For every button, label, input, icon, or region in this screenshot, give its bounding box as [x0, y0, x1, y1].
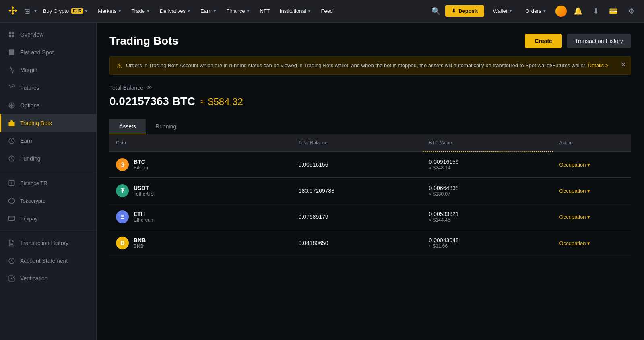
notification-icon[interactable]: 🔔: [572, 5, 584, 18]
svg-rect-16: [9, 216, 15, 221]
deposit-button[interactable]: ⬇ Deposit: [445, 5, 484, 17]
tab-running[interactable]: Running: [146, 119, 186, 134]
occupation-button[interactable]: Occupation ▾: [559, 214, 590, 220]
balance-btc: 0.02157363 BTC: [109, 95, 195, 108]
coin-symbol: BTC: [134, 159, 148, 165]
page-title: Trading Bots: [109, 35, 178, 47]
sidebar-item-futures[interactable]: Futures: [0, 79, 96, 97]
nav-earn[interactable]: Earn ▼: [196, 6, 221, 16]
col-btc-value: BTC Value: [423, 134, 553, 152]
wallet-nav[interactable]: Wallet ▼: [489, 6, 517, 16]
sidebar-item-options[interactable]: Options: [0, 97, 96, 114]
coin-logo-bnb: B: [116, 237, 129, 249]
nav-feed[interactable]: Feed: [317, 6, 337, 16]
coin-symbol: ETH: [134, 211, 155, 217]
btc-value-main: 0.00664838: [429, 185, 547, 191]
btc-value-usd: ≈ $11.66: [429, 243, 547, 249]
coin-cell-bnb: B BNB BNB: [116, 237, 286, 249]
download-icon[interactable]: ⬇: [589, 5, 602, 18]
coin-logo-eth: Ξ: [116, 210, 129, 223]
sidebar-item-overview[interactable]: Overview: [0, 26, 96, 43]
sidebar-divider-1: [0, 171, 96, 171]
total-balance-cell: 0.07689179: [292, 204, 423, 230]
col-coin: Coin: [109, 134, 292, 152]
main-content: Trading Bots Create Transaction History …: [97, 23, 644, 340]
nav-buy-crypto[interactable]: Buy Crypto EUR ▼: [39, 6, 92, 16]
nav-finance[interactable]: Finance ▼: [222, 6, 254, 16]
top-navigation: ⊞ ▼ Buy Crypto EUR ▼ Markets ▼ Trade ▼ D…: [0, 0, 644, 23]
coin-fullname: TetherUS: [134, 191, 154, 197]
occupation-button[interactable]: Occupation ▾: [559, 162, 590, 168]
page-header: Trading Bots Create Transaction History: [109, 34, 631, 48]
nav-trade[interactable]: Trade ▼: [127, 6, 154, 16]
svg-point-11: [12, 123, 13, 124]
svg-marker-15: [9, 198, 15, 204]
btc-value-main: 0.00916156: [429, 159, 547, 165]
nav-derivatives[interactable]: Derivatives ▼: [156, 6, 195, 16]
warning-icon: ⚠: [116, 62, 122, 70]
total-balance-cell: 180.07209788: [292, 178, 423, 204]
sidebar-item-trading-bots[interactable]: Trading Bots: [0, 114, 96, 132]
sidebar-item-margin[interactable]: Margin: [0, 61, 96, 79]
sidebar-item-tokocrypto[interactable]: Tokocrypto: [0, 192, 96, 210]
total-balance-cell: 0.04180650: [292, 230, 423, 256]
table-row: ₮ USDT TetherUS 180.07209788 0.00664838 …: [109, 178, 631, 204]
balance-amount: 0.02157363 BTC ≈ $584.32: [109, 95, 631, 108]
sidebar-item-transaction-history[interactable]: Transaction History: [0, 234, 96, 252]
assets-tab-row: Assets Running: [109, 119, 631, 134]
svg-rect-4: [12, 35, 14, 37]
notice-bar: ⚠ Orders in Trading Bots Account which a…: [109, 56, 631, 75]
orders-nav[interactable]: Orders ▼: [521, 6, 551, 16]
sidebar-item-funding[interactable]: Funding: [0, 150, 96, 167]
coin-cell-eth: Ξ ETH Ethereum: [116, 210, 286, 223]
grid-chevron: ▼: [33, 9, 37, 13]
notice-close-icon[interactable]: ✕: [621, 61, 626, 68]
tab-assets[interactable]: Assets: [109, 119, 146, 134]
btc-value-main: 0.00533321: [429, 211, 547, 217]
sidebar-item-earn[interactable]: Earn: [0, 132, 96, 150]
coin-cell-usdt: ₮ USDT TetherUS: [116, 184, 286, 197]
grid-icon[interactable]: ⊞: [24, 7, 30, 16]
nav-right: 🔍 ⬇ Deposit Wallet ▼ Orders ▼ 🔔 ⬇ 💳 ⚙: [431, 5, 638, 18]
balance-usd: ≈ $584.32: [200, 96, 243, 107]
balance-label: Total Balance 👁: [109, 84, 631, 91]
nav-institutional[interactable]: Institutional ▼: [276, 6, 316, 16]
wallet-icon[interactable]: 💳: [607, 5, 620, 18]
occupation-button[interactable]: Occupation ▾: [559, 240, 590, 246]
sidebar-item-account-statement[interactable]: Account Statement: [0, 252, 96, 270]
btc-value-usd: ≈ $180.07: [429, 191, 547, 197]
sidebar: Overview Fiat and Spot Margin Futures Op…: [0, 23, 97, 340]
transaction-history-button[interactable]: Transaction History: [567, 34, 631, 48]
btc-value-main: 0.00043048: [429, 237, 547, 243]
svg-rect-3: [9, 35, 11, 37]
hide-balance-icon[interactable]: 👁: [147, 84, 152, 91]
sidebar-item-pexpay[interactable]: Pexpay: [0, 210, 96, 227]
occupation-button[interactable]: Occupation ▾: [559, 188, 590, 194]
coin-fullname: Ethereum: [134, 217, 155, 223]
table-row: B BNB BNB 0.04180650 0.00043048 ≈ $11.66…: [109, 230, 631, 256]
sidebar-item-fiat-spot[interactable]: Fiat and Spot: [0, 43, 96, 61]
coin-symbol: BNB: [134, 237, 146, 243]
total-balance-cell: 0.00916156: [292, 152, 423, 178]
table-row: Ξ ETH Ethereum 0.07689179 0.00533321 ≈ $…: [109, 204, 631, 230]
search-icon[interactable]: 🔍: [431, 7, 440, 16]
svg-rect-2: [12, 32, 14, 34]
coin-logo-btc: ₿: [116, 158, 129, 171]
notice-details-link[interactable]: Details >: [588, 62, 609, 68]
coin-logo-usdt: ₮: [116, 184, 129, 197]
sidebar-item-verification[interactable]: Verification: [0, 270, 96, 287]
create-button[interactable]: Create: [525, 34, 562, 48]
col-action: Action: [553, 134, 631, 152]
sidebar-item-binance-tr[interactable]: Binance TR: [0, 174, 96, 192]
svg-rect-9: [9, 122, 15, 126]
nav-markets[interactable]: Markets ▼: [94, 6, 126, 16]
settings-icon[interactable]: ⚙: [625, 5, 638, 18]
nav-nft[interactable]: NFT: [256, 6, 274, 16]
svg-point-10: [10, 123, 11, 124]
assets-table: Coin Total Balance BTC Value Action ₿ BT…: [109, 134, 631, 256]
logo[interactable]: [6, 5, 19, 18]
avatar[interactable]: [555, 6, 567, 17]
header-actions: Create Transaction History: [525, 34, 631, 48]
notice-text: Orders in Trading Bots Account which are…: [126, 62, 608, 70]
coin-fullname: BNB: [134, 243, 146, 249]
